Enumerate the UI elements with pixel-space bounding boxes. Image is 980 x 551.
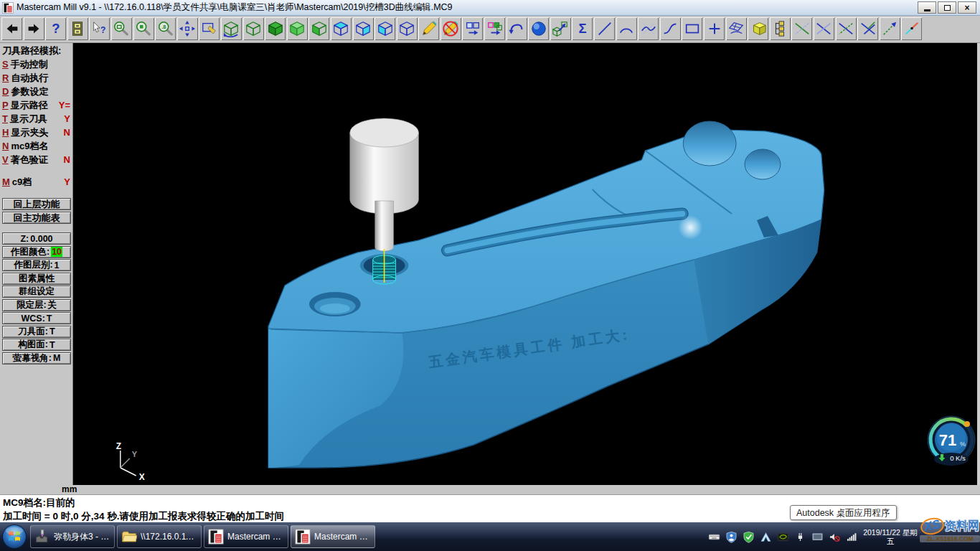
taskbar: 弥勒身体3 - JDP...\\172.16.0.118\...Masterca… — [0, 522, 980, 551]
dynamic-rotate-view-button[interactable] — [221, 17, 242, 40]
sidebar-item-n[interactable]: Nmc9档名 — [2, 139, 71, 153]
hotkey-label: T — [2, 113, 8, 124]
level-manager-button[interactable] — [770, 17, 791, 40]
graphics-viewport[interactable]: 五金汽车模具工件 加工大: — [73, 43, 980, 485]
state-button-限定层[interactable]: 限定层:关 — [2, 299, 71, 311]
copy-icon — [464, 20, 481, 37]
gview-wireframe-button[interactable] — [243, 17, 264, 40]
sidebar-item-s[interactable]: S手动控制 — [2, 57, 71, 71]
cplane-right-button[interactable] — [353, 17, 374, 40]
keyboard-icon[interactable] — [708, 531, 720, 543]
gview-shaded-button[interactable] — [265, 17, 286, 40]
zoom-target-button[interactable] — [133, 17, 154, 40]
context-help-button[interactable]: ? — [89, 17, 110, 40]
taskbar-clock[interactable]: 2019/11/22 星期五 — [862, 528, 918, 545]
break-button[interactable] — [857, 17, 878, 40]
taskbar-item-2[interactable]: \\172.16.0.118\... — [117, 525, 202, 548]
back-level-button[interactable]: 回上层功能 — [2, 198, 71, 210]
state-button-群组设定[interactable]: 群组设定 — [2, 286, 71, 298]
back-button[interactable] — [1, 17, 22, 40]
state-button-作图层别[interactable]: 作图层别:1 — [2, 259, 71, 271]
state-button-构图面[interactable]: 构图面:T — [2, 339, 71, 351]
gview-isometric-button[interactable] — [397, 17, 418, 40]
state-button-Z[interactable]: Z:0.000 — [2, 232, 71, 245]
gview-edges-button[interactable] — [308, 17, 329, 40]
scene-canvas: 五金汽车模具工件 加工大: — [73, 43, 977, 485]
mastercam-icon — [295, 529, 311, 545]
taskbar-item-3[interactable]: Mastercam Mill ... — [204, 525, 288, 548]
cplane-top-button[interactable] — [331, 17, 352, 40]
main-menu-button[interactable]: 回主功能表 — [2, 212, 71, 224]
state-button-图素属性[interactable]: 图素属性 — [2, 273, 71, 285]
taskbar-item-4[interactable]: Mastercam Mill ... — [291, 525, 375, 548]
sketch-button[interactable] — [418, 17, 439, 40]
sidebar-item-t[interactable]: T显示刀具Y — [2, 112, 71, 126]
trim-divide-button[interactable] — [836, 17, 857, 40]
right-pocket-small — [745, 149, 781, 179]
create-line-button[interactable] — [594, 17, 615, 40]
cube-green-solid-icon — [267, 20, 284, 37]
state-button-WCS[interactable]: WCS:T — [2, 312, 71, 324]
trim-one-button[interactable] — [791, 17, 812, 40]
sidebar-item-d[interactable]: D参数设定 — [2, 85, 71, 98]
taskbar-item-label: Mastercam Mill ... — [314, 532, 371, 542]
zoom-window-button[interactable] — [111, 17, 132, 40]
specular-highlight — [678, 215, 702, 240]
create-solid-button[interactable] — [748, 17, 768, 40]
sidebar-item-r[interactable]: R自动执行 — [2, 71, 71, 85]
close-button[interactable]: × — [958, 1, 976, 14]
power-icon[interactable] — [794, 531, 806, 543]
network-icon[interactable] — [846, 531, 858, 543]
xform-button[interactable] — [484, 17, 505, 40]
gview-shaded-light-button[interactable] — [287, 17, 308, 40]
user-shield-icon[interactable] — [725, 531, 738, 543]
create-arc-button[interactable] — [616, 17, 637, 40]
download-progress-widget[interactable]: 71 % 0 K/s — [927, 414, 976, 466]
sidebar-item-v[interactable]: V著色验证N — [2, 153, 71, 166]
fit-screen-button[interactable] — [177, 17, 198, 40]
sidebar-item-p[interactable]: P显示路径Y= — [2, 98, 71, 112]
undo-button[interactable] — [507, 17, 527, 40]
display-icon[interactable] — [811, 531, 824, 543]
create-spline-button[interactable] — [638, 17, 659, 40]
menu-header: 刀具路径模拟: — [2, 44, 71, 57]
create-point-button[interactable] — [704, 17, 725, 40]
cube-blue-wire-icon — [398, 20, 415, 37]
repaint-button[interactable] — [199, 17, 220, 40]
help-button[interactable]: ? — [45, 17, 66, 40]
restore-button[interactable] — [938, 1, 956, 14]
minimize-button[interactable] — [918, 1, 936, 14]
line-endpoints-button[interactable] — [901, 17, 922, 40]
autodesk-icon[interactable] — [760, 531, 772, 543]
zoom-out-08-button[interactable]: .8 — [155, 17, 176, 40]
pencil-icon — [420, 20, 438, 37]
copy-button[interactable] — [462, 17, 483, 40]
line-arrow-icon — [881, 20, 898, 37]
state-button-萤幕视角[interactable]: 萤幕视角:M — [2, 352, 71, 364]
start-button[interactable] — [1, 524, 27, 550]
line-polar-button[interactable] — [880, 17, 900, 40]
cplane-front-button[interactable] — [374, 17, 395, 40]
state-button-作图颜色[interactable]: 作图颜色:10 — [2, 246, 71, 258]
trim-two-button[interactable] — [814, 17, 834, 40]
file-manager-button[interactable] — [67, 17, 88, 40]
analyze-button[interactable]: Σ — [572, 17, 593, 40]
check-shield-icon[interactable] — [743, 531, 755, 543]
create-surface-button[interactable] — [726, 17, 747, 40]
clock-date: 2019/11/22 星期五 — [862, 528, 918, 545]
state-button-刀具面[interactable]: 刀具面:T — [2, 326, 71, 338]
repaint-icon — [201, 20, 218, 37]
forward-button[interactable] — [24, 17, 44, 40]
delete-button[interactable] — [440, 17, 461, 40]
scale-button[interactable] — [550, 17, 571, 40]
taskbar-item-1[interactable]: 弥勒身体3 - JDP... — [30, 525, 115, 548]
x-green-blue-icon — [793, 20, 811, 37]
sidebar-item-mc9[interactable]: Mc9档 Y — [2, 175, 71, 189]
state-label: 作图层别: — [14, 259, 52, 271]
shading-button[interactable] — [528, 17, 549, 40]
sidebar-item-h[interactable]: H显示夹头N — [2, 126, 71, 139]
volume-muted-icon[interactable] — [829, 531, 841, 543]
create-curve-button[interactable] — [660, 17, 681, 40]
create-rectangle-button[interactable] — [682, 17, 702, 40]
nvidia-icon[interactable] — [777, 531, 789, 543]
